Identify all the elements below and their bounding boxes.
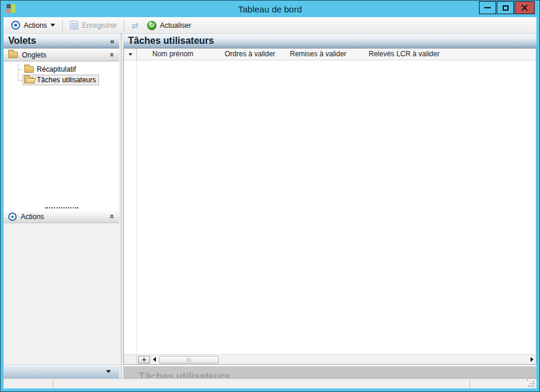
sidebar-splitter-handle[interactable] (4, 205, 119, 210)
minimize-icon (484, 7, 491, 8)
grid-body-empty (124, 60, 536, 354)
collapsed-panel-taches-utilisateurs[interactable]: Tâches utilisateurs (123, 366, 536, 378)
group-actions-label: Actions (21, 213, 44, 221)
actions-panel-empty (4, 223, 119, 364)
chevron-down-icon (129, 53, 132, 56)
folder-icon (8, 52, 18, 58)
arrow-right-icon (531, 357, 533, 362)
tasks-grid: Nom prénom Ordres à valider Remises à va… (123, 49, 536, 365)
actions-target-icon (11, 21, 20, 30)
scrollbar-track[interactable] (158, 356, 528, 364)
tree-item-label: Tâches utilisateurs (37, 76, 96, 84)
toolbar: Actions Enregistrer ⇄ ↻ Actualiser (4, 17, 536, 34)
group-onglets[interactable]: Onglets « (4, 49, 119, 62)
refresh-button[interactable]: ↻ Actualiser (143, 19, 196, 32)
chevron-up-icon[interactable]: « (108, 53, 116, 57)
sync-icon: ⇄ (132, 21, 139, 30)
window-title: Tableau de bord (238, 4, 302, 14)
save-button-label: Enregistrer (82, 21, 117, 30)
sidebar-volets: Volets « Onglets « R (4, 34, 119, 378)
tree-guide (18, 75, 18, 80)
grid-header-row: Nom prénom Ordres à valider Remises à va… (124, 49, 536, 60)
collapsed-panel-title: Tâches utilisateurs (139, 371, 536, 378)
tree-item-label: Récapitulatif (37, 65, 76, 73)
row-selector-dropdown[interactable] (124, 49, 137, 60)
scroll-right-button[interactable] (528, 355, 536, 364)
thumb-grip-icon (187, 358, 191, 362)
folder-icon (24, 66, 34, 73)
main-panel: Tâches utilisateurs Nom prénom Ordres à … (123, 34, 536, 378)
chevron-down-icon (50, 24, 55, 27)
actions-target-icon (8, 213, 17, 221)
onglets-tree: Récapitulatif Tâches utilisateurs (4, 62, 119, 205)
toolbar-separator (124, 20, 124, 31)
app-window: Tableau de bord Actions Enregistrer ⇄ (0, 0, 540, 392)
status-cell-main (53, 379, 470, 388)
scrollbar-corner (124, 355, 137, 364)
page-title: Tâches utilisateurs (128, 36, 214, 46)
chevron-up-icon[interactable]: « (108, 214, 116, 219)
window-controls (478, 1, 535, 14)
add-row-button[interactable]: + (138, 356, 150, 364)
chevron-down-icon (106, 370, 111, 373)
column-header-remises[interactable]: Remises à valider (290, 49, 346, 60)
actions-menu-button[interactable]: Actions (7, 19, 59, 31)
refresh-icon: ↻ (147, 21, 156, 30)
status-bar (4, 378, 536, 388)
sidebar-footer[interactable] (4, 364, 119, 378)
group-onglets-label: Onglets (22, 51, 46, 59)
tree-item-recapitulatif[interactable]: Récapitulatif (4, 64, 119, 75)
open-folder-icon (24, 77, 34, 83)
save-button[interactable]: Enregistrer (66, 19, 121, 31)
minimize-button[interactable] (479, 1, 496, 14)
collapse-sidebar-icon[interactable]: « (110, 37, 114, 45)
group-actions[interactable]: Actions « (4, 210, 119, 223)
main-panel-header: Tâches utilisateurs (123, 34, 536, 49)
horizontal-scrollbar: + (124, 354, 536, 364)
tree-item-taches-utilisateurs[interactable]: Tâches utilisateurs (4, 75, 119, 85)
status-cell-left (4, 379, 53, 388)
sidebar-header: Volets « (4, 34, 119, 49)
maximize-icon (503, 5, 509, 11)
title-bar: Tableau de bord (1, 1, 539, 17)
arrow-left-icon (153, 357, 156, 362)
sidebar-title: Volets (8, 36, 36, 46)
status-cell-right (470, 379, 536, 388)
refresh-button-label: Actualiser (160, 21, 191, 30)
vertical-splitter[interactable] (119, 34, 123, 378)
tree-guide (18, 69, 23, 70)
sync-button[interactable]: ⇄ (127, 20, 143, 31)
app-icon (7, 4, 16, 14)
scroll-left-button[interactable] (150, 355, 158, 364)
column-header-ordres[interactable]: Ordres à valider (225, 49, 275, 60)
scrollbar-thumb[interactable] (159, 356, 219, 364)
tree-guide (18, 80, 23, 81)
actions-menu-label: Actions (24, 21, 47, 30)
column-header-nom-prenom[interactable]: Nom prénom (152, 49, 193, 60)
splitter-dots (45, 207, 78, 208)
save-icon (70, 21, 78, 30)
close-button[interactable] (515, 1, 535, 14)
resize-grip-icon[interactable] (527, 380, 535, 387)
toolbar-separator (62, 20, 63, 31)
column-header-releves-lcr[interactable]: Relevés LCR à valider (369, 49, 439, 60)
row-indicator-column (124, 60, 137, 354)
maximize-button[interactable] (497, 1, 514, 14)
